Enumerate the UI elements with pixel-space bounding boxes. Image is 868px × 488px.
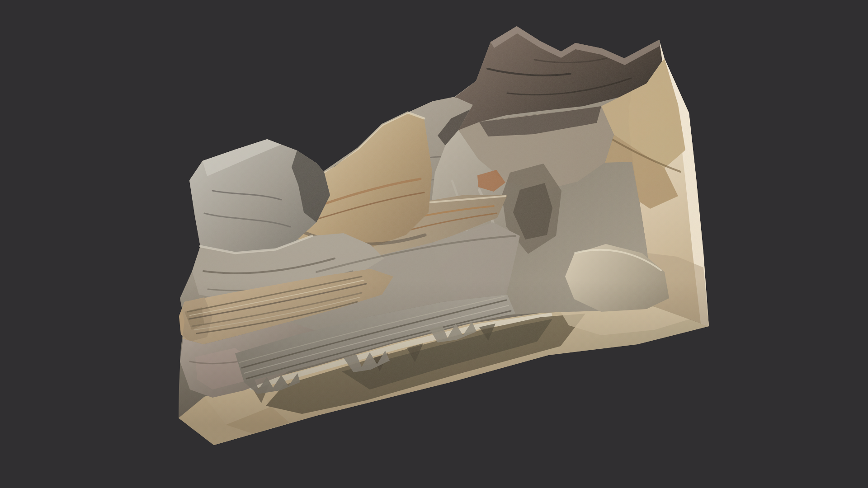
viewer-window [0, 0, 868, 488]
viewport-3d[interactable] [0, 0, 868, 488]
rock-formation-model [0, 0, 868, 488]
